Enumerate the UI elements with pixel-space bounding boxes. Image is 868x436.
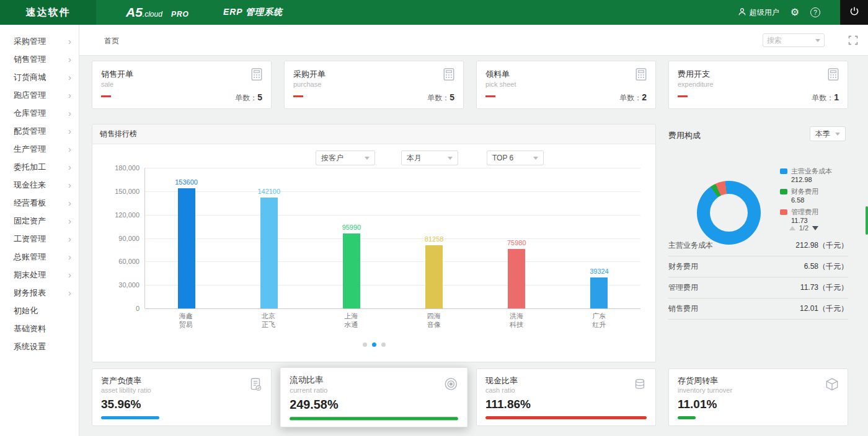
sidebar-item-3[interactable]: 订货商城› bbox=[0, 68, 79, 86]
bar-6[interactable]: 39324 bbox=[558, 168, 640, 308]
target-icon bbox=[443, 375, 459, 395]
ratio-card-asset-liability[interactable]: 资产负债率 asset libility ratio 35.96% bbox=[92, 368, 272, 426]
tab-home[interactable]: 首页 bbox=[104, 36, 119, 46]
chevron-right-icon: › bbox=[68, 198, 71, 207]
sidebar-item-14[interactable]: 期末处理› bbox=[0, 266, 79, 284]
bar-4[interactable]: 81258 bbox=[393, 168, 476, 308]
ratio-progress-bar bbox=[101, 416, 159, 419]
stat-card-sales-order[interactable]: 销售开单 sale 单数：5 bbox=[92, 61, 272, 109]
ratio-card-cash-ratio[interactable]: 现金比率 cash ratio 111.86% bbox=[476, 368, 656, 426]
settings-gear-icon[interactable]: ⚙ bbox=[790, 7, 799, 17]
stat-card-pick-sheet[interactable]: 领料单 pick sheet 单数：2 bbox=[476, 61, 656, 109]
pager-up-icon[interactable] bbox=[789, 226, 795, 230]
search-box[interactable] bbox=[763, 33, 825, 47]
stat-subtitle: pick sheet bbox=[485, 81, 516, 88]
sidebar-item-label: 总账管理 bbox=[14, 251, 68, 263]
sidebar-item-label: 仓库管理 bbox=[14, 108, 68, 119]
sidebar-item-2[interactable]: 销售管理› bbox=[0, 50, 79, 68]
sidebar-item-15[interactable]: 财务报表› bbox=[0, 284, 79, 302]
expense-row-value: 12.01（千元） bbox=[800, 303, 848, 314]
filter-period-select[interactable]: 本月 bbox=[401, 150, 458, 165]
chevron-right-icon: › bbox=[68, 252, 71, 261]
bar-rect bbox=[343, 233, 360, 308]
sidebar-item-16[interactable]: 初始化 bbox=[0, 302, 79, 320]
expense-row-label: 管理费用 bbox=[668, 282, 698, 293]
fullscreen-icon[interactable] bbox=[848, 35, 858, 45]
bar-5[interactable]: 75980 bbox=[476, 168, 558, 308]
trend-dash bbox=[485, 95, 495, 97]
y-axis-tick: 0 bbox=[136, 305, 140, 312]
sidebar-item-7[interactable]: 生产管理› bbox=[0, 140, 79, 158]
expense-period-select[interactable]: 本季 bbox=[810, 126, 846, 141]
pager-dot[interactable] bbox=[363, 342, 367, 347]
ratio-card-inventory-turnover[interactable]: 存货周转率 inventory turnover 11.01% bbox=[668, 368, 848, 426]
sidebar-item-17[interactable]: 基础资料 bbox=[0, 320, 79, 338]
sidebar-item-11[interactable]: 固定资产› bbox=[0, 212, 79, 230]
expense-row-value: 6.58（千元） bbox=[804, 261, 848, 272]
sidebar-item-5[interactable]: 仓库管理› bbox=[0, 104, 79, 122]
legend-item[interactable]: 主营业务成本 212.98 bbox=[780, 167, 832, 183]
bar-rect bbox=[260, 198, 278, 308]
user-menu[interactable]: 超级用户 bbox=[738, 7, 779, 18]
search-input[interactable] bbox=[767, 36, 810, 45]
stat-title: 费用开支 bbox=[678, 69, 710, 80]
pager-down-icon[interactable] bbox=[812, 226, 818, 230]
sidebar-item-8[interactable]: 委托加工› bbox=[0, 158, 79, 176]
chevron-right-icon: › bbox=[68, 37, 71, 46]
ratio-value: 11.01% bbox=[678, 398, 717, 411]
ratio-value: 249.58% bbox=[290, 398, 338, 412]
chevron-right-icon: › bbox=[68, 234, 71, 243]
pager-dot-active[interactable] bbox=[372, 342, 376, 347]
stat-card-purchase-order[interactable]: 采购开单 purchase 单数：5 bbox=[284, 61, 464, 109]
count-value: 1 bbox=[834, 92, 839, 102]
x-axis-category: 洪海科技 bbox=[475, 312, 557, 329]
brand: A5 .cloud PRO bbox=[126, 5, 189, 20]
sidebar-item-label: 工资管理 bbox=[14, 233, 68, 245]
stat-count: 单数：5 bbox=[235, 92, 262, 103]
sidebar-item-label: 经营看板 bbox=[14, 198, 68, 209]
sidebar-item-6[interactable]: 配货管理› bbox=[0, 122, 79, 140]
gridline bbox=[145, 308, 640, 309]
bar-2[interactable]: 142100 bbox=[228, 168, 310, 308]
main-content: 首页 销售开单 sale 单数：5 采购开单 purchase 单数：5 领料 bbox=[79, 25, 868, 436]
sidebar-item-12[interactable]: 工资管理› bbox=[0, 230, 79, 248]
sidebar-item-13[interactable]: 总账管理› bbox=[0, 248, 79, 266]
sidebar-item-label: 配货管理 bbox=[14, 126, 68, 137]
trend-dash bbox=[101, 95, 111, 97]
legend-item[interactable]: 财务费用 6.58 bbox=[780, 188, 832, 204]
filter-top-n-select[interactable]: TOP 6 bbox=[487, 150, 544, 165]
count-label: 单数： bbox=[235, 94, 257, 102]
ratio-card-current-ratio[interactable]: 流动比率 current ratio 249.58% bbox=[280, 367, 467, 427]
panel-title: 销售排行榜 bbox=[100, 129, 137, 139]
sidebar-item-18[interactable]: 系统设置 bbox=[0, 338, 79, 355]
chevron-down-icon bbox=[835, 133, 840, 136]
sidebar-item-label: 初始化 bbox=[14, 305, 71, 316]
stat-subtitle: sale bbox=[101, 81, 113, 88]
chevron-down-icon bbox=[533, 157, 538, 160]
chevron-right-icon: › bbox=[68, 126, 71, 136]
stat-card-expenditure[interactable]: 费用开支 expenditure 单数：1 bbox=[668, 61, 848, 109]
bar-1[interactable]: 153600 bbox=[145, 168, 228, 308]
x-axis-category: 广东红升 bbox=[558, 312, 640, 329]
pager-dot[interactable] bbox=[381, 342, 386, 347]
x-axis-category: 北京正飞 bbox=[227, 312, 309, 329]
brand-pro-badge: PRO bbox=[171, 10, 189, 19]
chevron-right-icon: › bbox=[68, 90, 71, 100]
pager-text: 1/2 bbox=[799, 224, 808, 232]
sidebar-item-4[interactable]: 跑店管理› bbox=[0, 86, 79, 104]
sidebar-item-1[interactable]: 采购管理› bbox=[0, 32, 79, 50]
bar-3[interactable]: 95990 bbox=[310, 168, 392, 308]
ratio-title: 存货周转率 bbox=[678, 375, 718, 386]
sidebar-item-10[interactable]: 经营看板› bbox=[0, 194, 79, 212]
logout-power-button[interactable] bbox=[840, 0, 868, 25]
scrollbar-thumb[interactable] bbox=[866, 206, 868, 235]
sidebar-item-label: 销售管理 bbox=[14, 54, 68, 65]
select-value: 本季 bbox=[815, 129, 830, 139]
sidebar-item-9[interactable]: 现金往来› bbox=[0, 176, 79, 194]
legend-item[interactable]: 管理费用 11.73 bbox=[780, 208, 832, 224]
stat-count: 单数：2 bbox=[619, 92, 647, 103]
help-icon[interactable]: ? bbox=[810, 7, 820, 17]
ratio-progress-bar bbox=[678, 416, 696, 419]
count-value: 5 bbox=[257, 92, 262, 102]
filter-by-customer-select[interactable]: 按客户 bbox=[316, 150, 375, 165]
